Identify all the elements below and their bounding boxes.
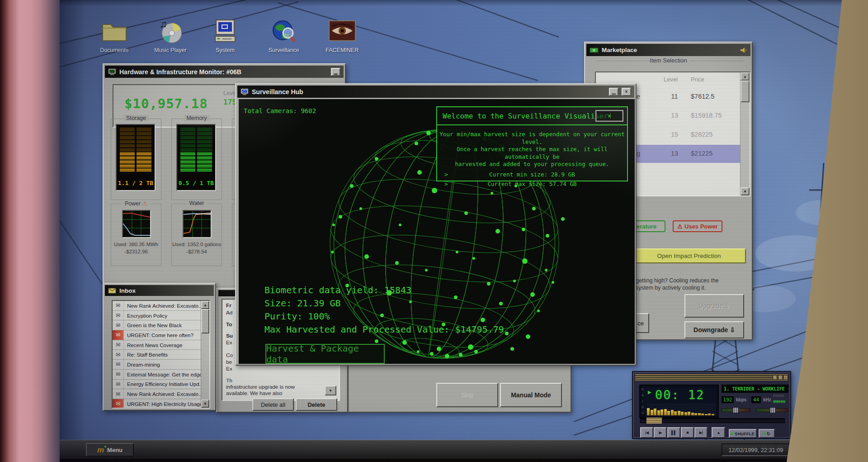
- speaker-icon[interactable]: [740, 47, 747, 53]
- play-button[interactable]: ▶: [654, 427, 667, 438]
- volume-slider[interactable]: [722, 408, 750, 412]
- inbox-message-row[interactable]: ✉Re: Staff Benefits: [113, 350, 209, 360]
- message-subject: New Rank Achieved: Excavato...: [124, 391, 209, 397]
- envelope-icon: ✉: [113, 340, 124, 350]
- inbox-scrollbar[interactable]: ▲ ▼: [201, 301, 209, 408]
- desktop-icon-documents[interactable]: Documents: [92, 17, 137, 61]
- harvest-package-button[interactable]: Harvest & Package data: [265, 344, 385, 364]
- camera-dot: [510, 347, 514, 351]
- desktop-icon-music-player[interactable]: ♫ Music Player: [148, 17, 193, 61]
- player-close-icon[interactable]: ×: [783, 375, 788, 380]
- camera-dot: [445, 354, 449, 358]
- open-impact-prediction-button[interactable]: Open Impact Prediction: [632, 248, 746, 263]
- scrollbar-thumb[interactable]: [201, 309, 209, 333]
- delete-button[interactable]: Delete: [296, 398, 337, 411]
- seek-handle[interactable]: [646, 417, 662, 424]
- scroll-up-icon[interactable]: ▲: [741, 72, 750, 81]
- desktop-icon-system[interactable]: System: [203, 17, 248, 61]
- eject-button[interactable]: ▲: [712, 427, 725, 438]
- inbox-message-row[interactable]: ✉Encryption Policy: [113, 311, 209, 321]
- inbox-message-row[interactable]: ✉Green is the New Black: [113, 320, 209, 330]
- stop-button[interactable]: ■: [681, 427, 694, 438]
- message-subject: External Message: Get the edge...: [124, 372, 209, 377]
- gauge-segment: [197, 156, 212, 159]
- cash-icon: [590, 48, 599, 53]
- inbox-message-row[interactable]: ✉New Rank Achieved: Excavato...: [113, 389, 209, 399]
- repeat-button[interactable]: ↻: [759, 429, 775, 438]
- warning-icon: ⚠: [677, 223, 683, 230]
- uses-power-badge: ⚠Uses Power: [673, 220, 722, 232]
- window-title: Inbox: [119, 287, 136, 294]
- dialog-close-button[interactable]: ×: [595, 110, 623, 122]
- icon-label: Music Player: [148, 47, 193, 53]
- gauge-segment: [180, 132, 195, 135]
- inbox-message-row[interactable]: ✉External Message: Get the edge...: [113, 370, 209, 380]
- water-cost: -$278.54: [172, 249, 222, 254]
- menu-button[interactable]: m Menu: [86, 443, 134, 457]
- inbox-message-row[interactable]: ✉New Rank Achieved: Excavato...: [113, 301, 209, 311]
- previous-button[interactable]: |◀: [640, 427, 653, 438]
- minimize-button[interactable]: ▁: [331, 68, 340, 76]
- camera-dot: [491, 192, 493, 195]
- storage-label: Storage: [123, 115, 149, 121]
- inbox-message-row[interactable]: ✉Dream-mining: [113, 360, 209, 370]
- close-button[interactable]: ×: [622, 88, 631, 96]
- scroll-down-icon[interactable]: ▼: [201, 400, 209, 408]
- biometric-yield-stat: Biometric data yield: 15843: [264, 284, 504, 297]
- inbox-titlebar[interactable]: Inbox: [105, 285, 214, 296]
- gauge-segment: [137, 136, 151, 139]
- minimize-button[interactable]: ▁: [609, 88, 618, 96]
- delete-all-button[interactable]: Delete all: [252, 398, 294, 411]
- seek-bar[interactable]: [640, 418, 785, 423]
- inbox-message-row[interactable]: ✉URGENT: Come here often?: [113, 330, 209, 340]
- marketplace-titlebar[interactable]: Marketplace: [586, 44, 750, 56]
- shuffle-button[interactable]: SHUFFLE: [729, 429, 757, 438]
- gauge-segment: [137, 156, 151, 159]
- upgrade-button[interactable]: Upgrade ⇧: [684, 294, 744, 318]
- player-titlebar[interactable]: ×: [635, 374, 788, 381]
- desktop-icon-faceminer[interactable]: FACEMINER: [320, 17, 365, 61]
- cooling-description-line1: gs getting high? Cooling reduces the: [628, 277, 719, 284]
- scrollbar-thumb[interactable]: [741, 81, 750, 102]
- purity-stat: Purity: 100%: [264, 310, 504, 323]
- surveillance-titlebar[interactable]: Surveillance Hub ▁ ×: [237, 86, 634, 98]
- scroll-down-icon[interactable]: ▼: [741, 187, 750, 195]
- downgrade-button[interactable]: Downgrade ⇩: [684, 321, 744, 338]
- clutterbar[interactable]: OAIDV: [641, 386, 645, 416]
- gauge-segment: [197, 152, 212, 155]
- icon-label: System: [203, 47, 248, 53]
- inbox-message-row[interactable]: ✉URGENT: High Electricity Usage: [113, 399, 209, 409]
- camera-dot: [375, 339, 378, 343]
- camera-dot: [545, 269, 547, 271]
- window-title: Surveillance Hub: [252, 88, 303, 95]
- camera-dot: [552, 281, 554, 284]
- repeat-icon: ↻: [767, 431, 770, 436]
- desktop-icon-surveillance[interactable]: Surveillance: [261, 17, 307, 61]
- balance-slider[interactable]: [756, 408, 788, 412]
- monitor-icon: [241, 88, 249, 95]
- pause-button[interactable]: ▌▌: [667, 427, 680, 438]
- gauge-segment: [120, 136, 135, 139]
- email-text-fragment: Ex: [226, 339, 232, 346]
- hardware-monitor-titlebar[interactable]: Hardware & Infrastructure Monitor: #06B …: [105, 66, 344, 78]
- manual-mode-button[interactable]: Manual Mode: [500, 383, 562, 407]
- max-value-stat: Max Harvested and Processed Value: $1479…: [264, 323, 504, 336]
- email-scroll-down-button[interactable]: ▼: [325, 386, 336, 395]
- inbox-message-row[interactable]: ✉Energy Efficiency Initiative Upd...: [113, 380, 209, 390]
- player-shade-button[interactable]: [778, 375, 783, 380]
- skip-button[interactable]: Skip: [436, 383, 498, 407]
- scroll-up-icon[interactable]: ▲: [201, 301, 209, 309]
- marketplace-scrollbar[interactable]: ▲ ▼: [740, 72, 750, 195]
- dialog-body-line: Once a harvest reaches the max size, it …: [437, 146, 627, 161]
- camera-dot: [532, 207, 536, 210]
- next-button[interactable]: ▶|: [694, 427, 708, 438]
- player-minimize-button[interactable]: [773, 375, 777, 380]
- gauge-segment: [137, 160, 151, 163]
- spectrum-bar: [681, 412, 684, 415]
- spectrum-bar: [708, 414, 711, 415]
- camera-dot: [399, 224, 401, 226]
- gauge-segment: [137, 128, 151, 131]
- price-column-header: Price: [691, 76, 704, 83]
- inbox-message-row[interactable]: ✉Recent News Coverage: [113, 340, 209, 350]
- spectrum-bar: [698, 413, 701, 415]
